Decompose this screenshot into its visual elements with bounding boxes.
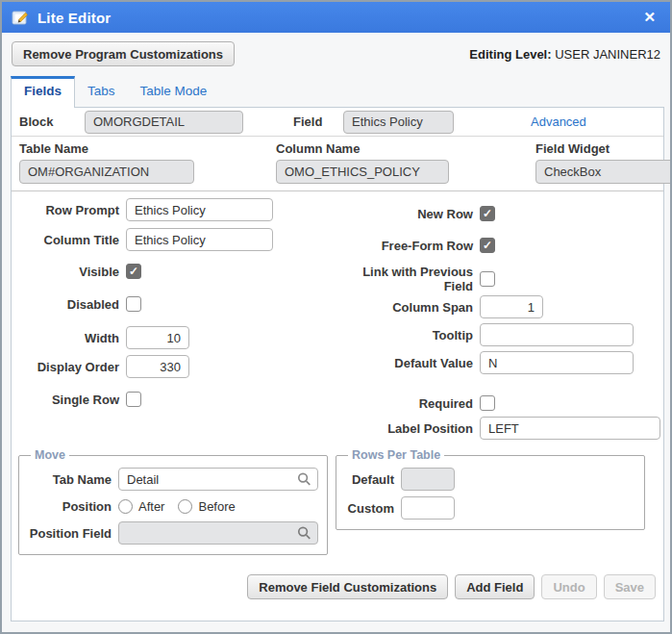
- undo-button: Undo: [541, 574, 596, 599]
- tab-name-label: Tab Name: [27, 472, 112, 487]
- label-position-input[interactable]: [480, 417, 660, 440]
- tooltip-input[interactable]: [480, 323, 634, 346]
- add-field-button[interactable]: Add Field: [455, 574, 535, 599]
- link-with-previous-field-checkbox[interactable]: [480, 271, 495, 287]
- remove-program-customizations-button[interactable]: Remove Program Customizations: [12, 41, 235, 66]
- default-value-label: Default Value: [333, 356, 473, 370]
- search-icon[interactable]: [297, 472, 311, 487]
- column-span-input[interactable]: [480, 295, 543, 318]
- form-left-column: Row Prompt Column Title Visible Disabled…: [12, 198, 333, 440]
- new-row-checkbox[interactable]: [480, 206, 495, 221]
- table-name-group: Table Name: [19, 141, 194, 190]
- visible-label: Visible: [12, 265, 119, 279]
- single-row-label: Single Row: [12, 393, 119, 407]
- position-label: Position: [27, 499, 112, 514]
- tab-table-mode[interactable]: Table Mode: [128, 77, 220, 107]
- rows-per-table-legend: Rows Per Table: [348, 448, 444, 462]
- block-label: Block: [19, 114, 85, 129]
- position-after-radio[interactable]: [118, 499, 133, 514]
- position-before-radio[interactable]: [178, 499, 192, 514]
- column-span-label: Column Span: [333, 300, 473, 315]
- column-name-label: Column Name: [276, 141, 449, 156]
- field-label: Field: [293, 114, 343, 129]
- field-widget-field: [535, 160, 672, 184]
- label-position-label: Label Position: [333, 421, 473, 436]
- tab-strip: Fields Tabs Table Mode: [2, 75, 670, 107]
- display-order-label: Display Order: [12, 360, 119, 374]
- required-label: Required: [333, 396, 473, 411]
- position-before-label: Before: [198, 499, 235, 514]
- link-with-previous-field-label: Link with Previous Field: [333, 265, 473, 293]
- disabled-checkbox[interactable]: [126, 296, 141, 312]
- width-input[interactable]: [126, 326, 189, 349]
- fields-tab-panel: Block Field Advanced Table Name Column N…: [11, 107, 664, 621]
- free-form-row-label: Free-Form Row: [333, 239, 473, 253]
- table-name-label: Table Name: [19, 141, 194, 156]
- close-icon[interactable]: ✕: [638, 8, 660, 27]
- form-right-column: New Row Free-Form Row Link with Previous…: [333, 198, 663, 440]
- required-checkbox[interactable]: [480, 395, 495, 411]
- tooltip-label: Tooltip: [333, 328, 473, 342]
- field-widget-label: Field Widget: [535, 141, 672, 156]
- position-field-input: [118, 521, 318, 545]
- tab-tabs[interactable]: Tabs: [75, 77, 128, 107]
- position-after-label: After: [138, 499, 164, 514]
- search-icon: [297, 526, 311, 541]
- toolbar: Remove Program Customizations Editing Le…: [2, 33, 670, 75]
- rows-default-label: Default: [344, 472, 394, 487]
- column-name-field: [276, 160, 449, 184]
- field-properties-form: Row Prompt Column Title Visible Disabled…: [12, 191, 663, 440]
- row-prompt-input[interactable]: [126, 198, 273, 221]
- column-title-input[interactable]: [126, 228, 273, 251]
- free-form-row-checkbox[interactable]: [480, 238, 495, 253]
- window-title: Lite Editor: [37, 10, 631, 26]
- editing-level-label: Editing Level:: [469, 47, 551, 62]
- move-group-legend: Move: [31, 448, 69, 462]
- rows-default-input: [401, 468, 455, 491]
- table-info-row: Table Name Column Name Field Widget: [12, 137, 663, 191]
- edit-document-icon: [12, 10, 30, 26]
- disabled-label: Disabled: [12, 297, 119, 312]
- editing-level-value: USER JANINER12: [555, 47, 660, 62]
- rows-custom-label: Custom: [344, 501, 394, 516]
- block-field-row: Block Field Advanced: [12, 108, 663, 137]
- save-button: Save: [604, 574, 656, 599]
- advanced-link[interactable]: Advanced: [531, 114, 586, 129]
- move-group: Move Tab Name Position After: [18, 448, 328, 555]
- single-row-checkbox[interactable]: [126, 392, 141, 407]
- default-value-input[interactable]: [480, 351, 634, 374]
- lite-editor-dialog: Lite Editor ✕ Remove Program Customizati…: [0, 0, 672, 634]
- group-boxes-row: Move Tab Name Position After: [18, 448, 656, 555]
- rows-per-table-group: Rows Per Table Default Custom: [336, 448, 645, 530]
- column-title-label: Column Title: [12, 233, 119, 247]
- title-bar: Lite Editor ✕: [2, 2, 670, 33]
- tab-fields[interactable]: Fields: [11, 76, 75, 108]
- remove-field-customizations-button[interactable]: Remove Field Customizations: [247, 574, 448, 599]
- editing-level: Editing Level: USER JANINER12: [469, 47, 660, 62]
- field-widget-group: Field Widget: [535, 141, 672, 190]
- tab-name-input[interactable]: [118, 468, 318, 491]
- row-prompt-label: Row Prompt: [12, 203, 119, 217]
- display-order-input[interactable]: [126, 355, 189, 378]
- block-field: [85, 111, 243, 134]
- new-row-label: New Row: [333, 207, 473, 221]
- position-field-label: Position Field: [27, 526, 112, 541]
- table-name-field: [19, 160, 194, 184]
- field-field: [343, 111, 454, 134]
- visible-checkbox[interactable]: [126, 264, 141, 279]
- rows-custom-input[interactable]: [401, 496, 455, 520]
- width-label: Width: [12, 331, 119, 345]
- footer-buttons: Remove Field Customizations Add Field Un…: [12, 574, 656, 599]
- column-name-group: Column Name: [276, 141, 449, 190]
